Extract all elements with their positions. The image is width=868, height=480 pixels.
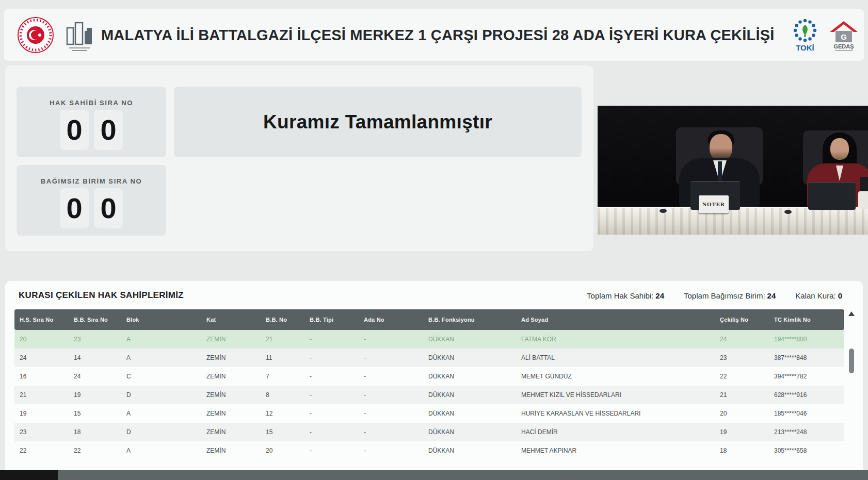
table-cell: 20 — [720, 410, 774, 417]
table-scrollbar[interactable] — [848, 309, 855, 480]
scrollbar-thumb[interactable] — [849, 349, 854, 373]
table-cell: DÜKKAN — [428, 336, 521, 343]
column-header: H.S. Sıra No — [20, 317, 74, 323]
table-cell: DÜKKAN — [428, 391, 521, 399]
table-cell: DÜKKAN — [428, 354, 521, 361]
table-cell: 23 — [74, 336, 126, 343]
counter-digits: 0 0 — [17, 188, 166, 228]
table-cell: 11 — [266, 354, 310, 361]
paper-roll — [858, 191, 868, 209]
table-row: 1915AZEMİN12--DÜKKANHURİYE KARAASLAN VE … — [14, 404, 844, 423]
results-stats: Toplam Hak Sahibi:24Toplam Bağımsız Biri… — [587, 291, 842, 300]
table-row: 2222AZEMİN20--DÜKKANMEHMET AKPINAR18305*… — [14, 441, 844, 460]
table-cell: A — [126, 447, 206, 454]
counter-hak-sahibi: HAK SAHİBİ SIRA NO 0 0 — [17, 87, 166, 157]
table-cell: A — [126, 354, 206, 361]
man-face — [710, 134, 732, 161]
column-header: Blok — [126, 317, 206, 323]
table-cell: - — [310, 336, 364, 343]
svg-text:G: G — [841, 32, 847, 41]
stat-item: Toplam Bağımsız Birim:24 — [684, 291, 776, 300]
table-cell: 16 — [20, 373, 74, 380]
table-cell: 305*****658 — [774, 447, 844, 454]
computer-mouse-left — [660, 209, 667, 213]
table-cell: 24 — [20, 354, 74, 361]
table-cell: 18 — [74, 428, 126, 436]
table-cell: 394*****782 — [774, 373, 844, 380]
table-cell: 24 — [720, 336, 774, 343]
laptop-edge — [860, 177, 868, 191]
table-cell: D — [126, 428, 206, 436]
table-cell: 19 — [20, 410, 74, 417]
table-cell: DÜKKAN — [428, 373, 521, 380]
table-cell: - — [310, 447, 364, 454]
column-header: TC Kimlik No — [774, 317, 844, 323]
table-cell: 18 — [720, 447, 774, 454]
column-header: Çekiliş No — [720, 317, 774, 323]
table-cell: ZEMİN — [206, 373, 266, 380]
horizontal-scrollbar[interactable] — [0, 470, 868, 480]
column-header: B.B. No — [266, 317, 310, 323]
table-cell: DÜKKAN — [428, 428, 521, 436]
announcement-banner: Kuramız Tamamlanmıştır — [174, 87, 582, 157]
gedas-logo-text: GEDAŞ — [833, 43, 854, 49]
table-cell: 21 — [720, 391, 774, 399]
table-cell: 194*****800 — [774, 336, 844, 343]
table-cell: - — [364, 410, 428, 417]
table-cell: - — [310, 428, 364, 436]
table-cell: 7 — [266, 373, 310, 380]
table-cell: 14 — [74, 354, 126, 361]
column-header: B.B. Sıra No — [74, 317, 126, 323]
tc-government-emblem-icon — [17, 16, 55, 54]
table-cell: ZEMİN — [206, 428, 266, 436]
table-row: 1624CZEMİN7--DÜKKANMEMET GÜNDÜZ22394****… — [14, 367, 844, 386]
page-title: MALATYA İLİ BATTALGAZİ İLÇESİ MERKEZ 1 Ç… — [101, 9, 782, 61]
toki-logo-icon: TOKİ — [792, 18, 818, 54]
results-card: KURASI ÇEKİLEN HAK SAHİPLERİMİZ Toplam H… — [5, 281, 863, 470]
table-cell: C — [126, 373, 206, 380]
table-cell: ZEMİN — [206, 447, 266, 454]
table-cell: 15 — [74, 410, 126, 417]
table-cell: 8 — [266, 391, 310, 399]
table-cell: DÜKKAN — [428, 447, 521, 454]
toki-logo-text: TOKİ — [796, 43, 814, 52]
table-cell: 19 — [74, 391, 126, 399]
noter-placard: NOTER — [699, 195, 729, 213]
table-row: 2119DZEMİN8--DÜKKANMEHMET KIZIL VE HİSSE… — [14, 386, 844, 404]
table-row: 2318DZEMİN15--DÜKKANHACİ DEMİR19213*****… — [14, 423, 844, 441]
table-cell: ZEMİN — [206, 391, 266, 399]
table-cell: MEMET GÜNDÜZ — [521, 373, 720, 380]
table-cell: ZEMİN — [206, 354, 266, 361]
results-title: KURASI ÇEKİLEN HAK SAHİPLERİMİZ — [19, 290, 184, 301]
table-cell: HURİYE KARAASLAN VE HİSSEDARLARI — [521, 410, 720, 417]
table-header-row: H.S. Sıra NoB.B. Sıra NoBlokKatB.B. NoB.… — [14, 309, 844, 330]
table-cell: HACİ DEMİR — [521, 428, 720, 436]
horizontal-scrollbar-thumb[interactable] — [0, 470, 58, 480]
draw-panel: HAK SAHİBİ SIRA NO 0 0 Kuramız Tamamlanm… — [5, 65, 593, 251]
table-cell: A — [126, 410, 206, 417]
table-cell: 213*****248 — [774, 428, 844, 436]
digit-box: 0 — [60, 188, 89, 228]
header-bar: MALATYA İLİ BATTALGAZİ İLÇESİ MERKEZ 1 Ç… — [4, 9, 864, 61]
table-cell: ALİ BATTAL — [521, 354, 720, 361]
table-cell: A — [126, 336, 206, 343]
results-table: H.S. Sıra NoB.B. Sıra NoBlokKatB.B. NoB.… — [14, 309, 844, 460]
gedas-logo-icon: G GEDAŞ — [828, 19, 860, 53]
table-cell: 185*****046 — [774, 410, 844, 417]
column-header: B.B. Tipi — [310, 317, 364, 323]
table-cell: - — [310, 391, 364, 399]
table-cell: 22 — [720, 373, 774, 380]
table-cell: - — [364, 354, 428, 361]
scroll-up-icon[interactable] — [848, 311, 855, 316]
table-cell: 387*****848 — [774, 354, 844, 361]
table-cell: 22 — [74, 447, 126, 454]
table-cell: 628*****916 — [774, 391, 844, 399]
counter-label: HAK SAHİBİ SIRA NO — [17, 99, 166, 107]
table-body: 2023AZEMİN21--DÜKKANFATMA KÖR24194*****8… — [14, 330, 844, 460]
announcement-text: Kuramız Tamamlanmıştır — [263, 111, 492, 133]
notary-video-feed: ASUS NOTER — [598, 106, 868, 235]
table-cell: - — [364, 428, 428, 436]
column-header: B.B. Fonksiyonu — [428, 317, 521, 323]
table-cell: - — [364, 336, 428, 343]
table-cell: MEHMET AKPINAR — [521, 447, 720, 454]
